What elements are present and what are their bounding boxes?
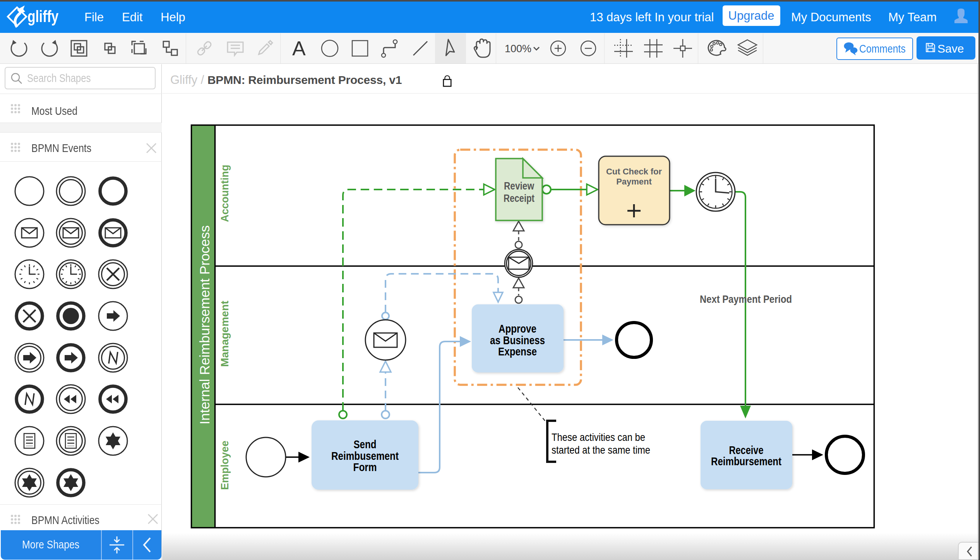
svg-text:Form: Form: [353, 461, 377, 473]
svg-text:Send: Send: [354, 438, 377, 451]
svg-text:Payment: Payment: [616, 177, 652, 186]
svg-text:Internal Reimbursement Process: Internal Reimbursement Process: [197, 225, 212, 425]
svg-text:Cut Check for: Cut Check for: [606, 167, 662, 176]
svg-text:Expense: Expense: [498, 345, 537, 358]
svg-text:Receive: Receive: [729, 444, 764, 456]
svg-text:Reimbursement: Reimbursement: [711, 455, 781, 468]
svg-text:Receipt: Receipt: [504, 193, 535, 204]
svg-text:Next Payment Period: Next Payment Period: [700, 293, 792, 305]
svg-text:Approve: Approve: [499, 323, 536, 335]
svg-text:Review: Review: [504, 180, 535, 192]
svg-text:These activities can be: These activities can be: [552, 431, 645, 443]
svg-text:Accounting: Accounting: [219, 165, 231, 222]
svg-text:Reimbusement: Reimbusement: [331, 450, 399, 462]
svg-text:Employee: Employee: [219, 440, 231, 490]
svg-text:started at the same time: started at the same time: [552, 444, 650, 456]
svg-text:as Business: as Business: [490, 334, 545, 347]
svg-text:Management: Management: [219, 300, 231, 367]
